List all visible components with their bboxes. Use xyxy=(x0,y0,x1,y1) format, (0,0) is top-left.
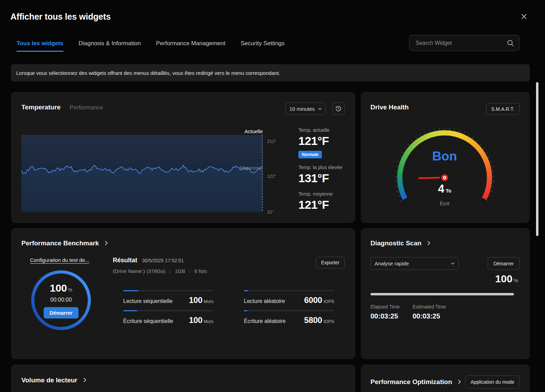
metric-label: Lecture aléatoire xyxy=(244,298,285,304)
tab-performance-management[interactable]: Performance Management xyxy=(156,40,225,52)
temperature-stats: Temp. actuelle 121°F Normale Temp. la pl… xyxy=(298,127,350,212)
tab-tous-les-widgets[interactable]: Tous les widgets xyxy=(17,40,63,52)
chevron-right-icon xyxy=(427,239,430,247)
tab-label: Tous les widgets xyxy=(17,40,63,47)
estimated-time-value: 00:03:25 xyxy=(413,312,446,320)
close-icon[interactable] xyxy=(518,11,529,22)
scan-type-value: Analyse rapide xyxy=(375,261,409,266)
estimated-time-label: Estimated Time xyxy=(413,304,446,310)
benchmark-progress-ring: 100% 00:00:00 Démarrer xyxy=(30,269,92,331)
current-temp-label: Temp. actuelle xyxy=(298,127,350,133)
diagnostic-title-label: Diagnostic Scan xyxy=(370,239,422,247)
metric-unit: Mo/s xyxy=(204,299,214,304)
highest-temp-label: Temp. la plus élevée xyxy=(298,165,350,170)
tab-security-settings[interactable]: Security Settings xyxy=(240,40,285,52)
metric-random-write: Écriture aléatoire 5800IOPS xyxy=(244,310,334,325)
axis-tick: 122° xyxy=(267,174,276,179)
average-temp-value: 121°F xyxy=(298,198,350,212)
interval-value: 10 minutes xyxy=(289,106,315,112)
smart-button[interactable]: S.M.A.R.T. xyxy=(486,103,519,115)
separator: | xyxy=(189,269,190,274)
average-marker-label: Moyen(ne) xyxy=(240,165,261,170)
current-marker-label: Actuelle xyxy=(243,128,263,134)
info-banner: Lorsque vous sélectionnez des widgets of… xyxy=(11,64,530,81)
current-temp-value: 121°F xyxy=(298,134,350,148)
result-header: Résultat 30/5/2025 17:52:51 xyxy=(113,257,184,264)
metric-bar xyxy=(123,310,214,311)
benchmark-progress: 100% xyxy=(30,282,92,294)
metric-sequential-read: Lecture séquentielle 100Mo/s xyxy=(123,290,214,305)
interval-select[interactable]: 10 minutes xyxy=(285,102,326,115)
estimated-time: Estimated Time 00:03:25 xyxy=(413,304,446,320)
volume-title-label: Volume de lecteur xyxy=(21,376,77,384)
page-title: Afficher tous les widgets xyxy=(10,12,111,22)
widget-search-box xyxy=(409,35,519,51)
benchmark-start-button[interactable]: Démarrer xyxy=(44,307,79,318)
result-datetime: 30/5/2025 17:52:51 xyxy=(142,258,184,263)
metric-unit: IOPS xyxy=(324,319,334,324)
elapsed-time-label: Elapsed Time xyxy=(370,304,400,310)
diagnostic-start-button[interactable]: Démarrer xyxy=(488,257,519,270)
mode-application-button[interactable]: Application du mode xyxy=(465,375,519,389)
diagnostic-progress-value: 100 xyxy=(495,273,513,284)
test-config-link[interactable]: Configuration du test de... xyxy=(30,257,89,263)
export-button[interactable]: Exporter xyxy=(316,257,345,268)
temperature-line-chart xyxy=(21,135,263,212)
average-temp-label: Temp. moyenne xyxy=(298,191,350,197)
separator: | xyxy=(170,269,171,274)
chevron-right-icon xyxy=(105,239,108,247)
diagnostic-progress-unit: % xyxy=(514,277,518,283)
diagnostic-progress: 100% xyxy=(495,273,518,285)
chevron-right-icon xyxy=(83,376,86,384)
metric-bar xyxy=(123,290,214,291)
tab-label: Performance Management xyxy=(156,40,225,47)
chevron-down-icon xyxy=(318,108,322,110)
optimization-title-label: Performance Optimization xyxy=(370,378,452,385)
diagnostic-title[interactable]: Diagnostic Scan xyxy=(370,239,430,247)
elapsed-time: Elapsed Time 00:03:25 xyxy=(370,304,400,320)
metric-bar xyxy=(244,290,334,291)
optimization-title[interactable]: Performance Optimization xyxy=(370,378,461,386)
highest-temp-value: 131°F xyxy=(298,172,350,185)
benchmark-progress-value: 100 xyxy=(50,282,67,294)
diagnostic-progress-fill xyxy=(370,293,514,295)
status-badge: Normale xyxy=(298,151,322,158)
metric-unit: Mo/s xyxy=(204,319,214,324)
written-unit: To xyxy=(446,188,451,194)
tab-diagnosis-information[interactable]: Diagnosis & Information xyxy=(79,40,141,52)
search-input[interactable] xyxy=(409,35,519,51)
metric-sequential-write: Écriture séquentielle 100Mo/s xyxy=(123,310,214,325)
benchmark-progress-unit: % xyxy=(68,287,72,293)
drive-health-widget: Drive Health S.M.A.R.T. Bon 4To Écrit xyxy=(361,92,530,223)
scrollbar-thumb[interactable] xyxy=(536,82,538,236)
result-parameters: (Drive Name:) (378Go) | 1GB | 6 fois xyxy=(113,268,207,274)
metric-value: 100 xyxy=(189,295,202,305)
metric-value: 5800 xyxy=(304,315,322,325)
result-label: Résultat xyxy=(113,257,137,264)
drive-volume-widget: Volume de lecteur xyxy=(11,364,355,392)
elapsed-time-value: 00:03:25 xyxy=(370,312,400,320)
tab-bar: Tous les widgets Diagnosis & Information… xyxy=(17,40,285,52)
metric-bar xyxy=(244,310,334,311)
drive-info: (Drive Name:) (378Go) xyxy=(113,268,166,274)
history-icon[interactable] xyxy=(332,102,345,115)
test-size: 1GB xyxy=(175,268,185,274)
all-widgets-overlay: Afficher tous les widgets Tous les widge… xyxy=(0,0,545,392)
metric-value: 100 xyxy=(189,315,202,325)
temperature-title[interactable]: Temperature xyxy=(21,104,61,111)
metric-label: Écriture séquentielle xyxy=(123,318,173,324)
performance-optimization-widget: Performance Optimization Application du … xyxy=(361,364,530,392)
benchmark-title-label: Performance Benchmark xyxy=(21,239,99,247)
search-icon[interactable] xyxy=(507,39,514,48)
drive-health-title: Drive Health xyxy=(370,104,409,111)
scan-type-select[interactable]: Analyse rapide xyxy=(370,257,459,270)
metric-unit: IOPS xyxy=(324,299,334,304)
temperature-performance-tab[interactable]: Performance xyxy=(70,104,103,111)
benchmark-timer: 00:00:00 xyxy=(30,297,92,303)
temperature-chart: Moyen(ne) xyxy=(21,135,263,212)
metric-random-read: Lecture aléatoire 6000IOPS xyxy=(244,290,334,305)
axis-tick: 32° xyxy=(267,209,274,215)
benchmark-title[interactable]: Performance Benchmark xyxy=(21,239,108,247)
axis-tick: 212° xyxy=(267,139,276,144)
volume-title[interactable]: Volume de lecteur xyxy=(21,376,86,384)
